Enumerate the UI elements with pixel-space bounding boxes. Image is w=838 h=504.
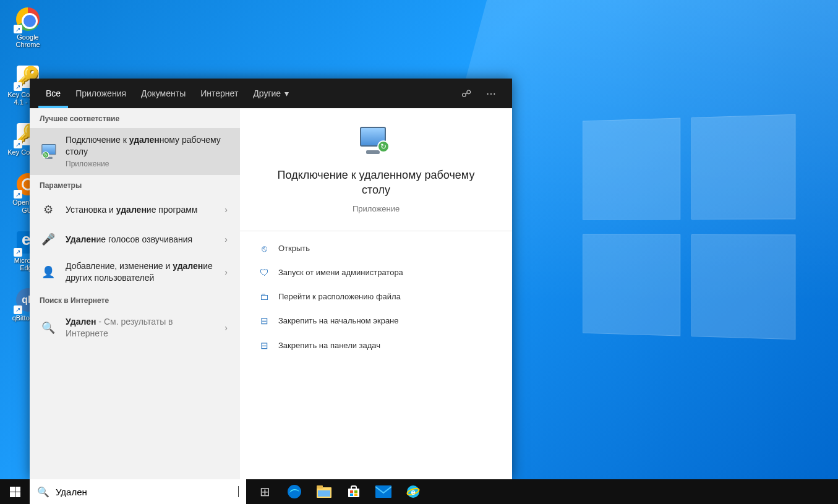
svg-rect-7	[318, 490, 330, 497]
chevron-down-icon: ▾	[284, 88, 289, 98]
tab-web[interactable]: Интернет	[193, 79, 246, 108]
svg-text:e: e	[411, 487, 415, 497]
start-button[interactable]	[0, 479, 30, 504]
result-subtitle: Приложение	[66, 159, 230, 169]
svg-rect-6	[317, 485, 323, 489]
preview-title: Подключение к удаленному рабочему столу	[240, 168, 512, 198]
folder-icon: 🗀	[259, 291, 270, 302]
svg-rect-2	[10, 492, 15, 497]
svg-rect-14	[375, 485, 391, 498]
chevron-right-icon[interactable]: ›	[222, 323, 230, 333]
result-rdp[interactable]: ↻ Подключение к удаленному рабочему стол…	[30, 128, 240, 175]
wallpaper-windows-logo	[583, 114, 803, 344]
tab-all[interactable]: Все	[38, 79, 68, 108]
person-icon: 👤	[40, 263, 57, 281]
svg-rect-11	[354, 490, 357, 493]
action-file-location[interactable]: 🗀Перейти к расположению файла	[240, 284, 512, 309]
action-label: Закрепить на панели задач	[278, 341, 380, 350]
result-title-bold: удален	[129, 135, 160, 145]
svg-rect-13	[354, 493, 357, 496]
feedback-icon[interactable]: ☍	[454, 88, 479, 100]
tab-apps[interactable]: Приложения	[68, 79, 134, 108]
svg-point-4	[288, 485, 301, 498]
taskbar-search-box[interactable]: 🔍	[30, 479, 246, 504]
pin-icon: ⊟	[259, 315, 270, 327]
shield-icon: 🛡	[259, 267, 270, 278]
mic-icon: 🎤	[40, 231, 57, 248]
preview-rdp-icon: ↻	[356, 127, 396, 158]
section-best-match: Лучшее соответствие	[30, 108, 240, 128]
preview-actions: ⎋Открыть 🛡Запуск от имени администратора…	[240, 231, 512, 363]
taskbar-file-explorer[interactable]	[309, 479, 339, 504]
taskbar-mail[interactable]	[369, 479, 398, 504]
taskbar-store[interactable]	[339, 479, 369, 504]
windows-logo-icon	[10, 487, 20, 497]
open-icon: ⎋	[259, 243, 270, 254]
action-label: Закрепить на начальном экране	[278, 316, 399, 325]
action-run-admin[interactable]: 🛡Запуск от имени администратора	[240, 260, 512, 284]
svg-rect-0	[10, 487, 15, 492]
tab-more-label: Другие	[253, 88, 281, 98]
section-web: Поиск в Интернете	[30, 290, 240, 310]
svg-rect-9	[351, 486, 356, 490]
taskbar-ie[interactable]: e	[398, 479, 428, 504]
action-open[interactable]: ⎋Открыть	[240, 236, 512, 260]
chevron-right-icon[interactable]: ›	[222, 234, 230, 244]
start-search-panel: Все Приложения Документы Интернет Другие…	[30, 79, 512, 479]
results-list: Лучшее соответствие ↻ Подключение к удал…	[30, 108, 240, 479]
tab-more[interactable]: Другие▾	[246, 79, 296, 108]
result-title-pre: Подключение к	[66, 135, 129, 145]
result-web-search[interactable]: 🔍 Удален - См. результаты в Интернете ›	[30, 310, 240, 346]
taskbar-edge[interactable]	[280, 479, 309, 504]
task-view-button[interactable]: ⊞	[250, 479, 280, 504]
text-cursor	[238, 486, 239, 497]
svg-rect-10	[350, 490, 353, 493]
preview-subtitle: Приложение	[353, 204, 400, 213]
rdp-icon: ↻	[40, 143, 57, 160]
pin-icon: ⊟	[259, 340, 270, 351]
gear-icon: ⚙	[40, 201, 57, 218]
action-pin-taskbar[interactable]: ⊟Закрепить на панели задач	[240, 333, 512, 358]
search-input[interactable]	[56, 487, 238, 497]
chevron-right-icon[interactable]: ›	[222, 205, 230, 215]
search-tabs-bar: Все Приложения Документы Интернет Другие…	[30, 79, 512, 108]
taskbar: 🔍 ⊞ e	[0, 479, 838, 504]
search-icon: 🔍	[37, 486, 49, 498]
result-uninstall-programs[interactable]: ⚙ Установка и удаление программ ›	[30, 195, 240, 224]
more-options-icon[interactable]: ⋯	[479, 88, 503, 100]
search-icon: 🔍	[40, 319, 57, 336]
action-label: Запуск от имени администратора	[278, 268, 403, 277]
action-pin-start[interactable]: ⊟Закрепить на начальном экране	[240, 309, 512, 333]
tab-docs[interactable]: Документы	[134, 79, 193, 108]
icon-label: Google Chrome	[6, 33, 49, 48]
chevron-right-icon[interactable]: ›	[222, 267, 230, 277]
action-label: Открыть	[278, 244, 310, 253]
svg-rect-3	[15, 492, 20, 497]
svg-rect-12	[350, 493, 353, 496]
preview-pane: ↻ Подключение к удаленному рабочему стол…	[240, 108, 512, 479]
result-manage-users[interactable]: 👤 Добавление, изменение и удаление други…	[30, 254, 240, 290]
desktop-icon-chrome[interactable]: ↗ Google Chrome	[6, 6, 49, 48]
section-settings: Параметры	[30, 175, 240, 195]
svg-rect-1	[15, 487, 20, 492]
action-label: Перейти к расположению файла	[278, 292, 401, 301]
result-remove-voices[interactable]: 🎤 Удаление голосов озвучивания ›	[30, 224, 240, 254]
